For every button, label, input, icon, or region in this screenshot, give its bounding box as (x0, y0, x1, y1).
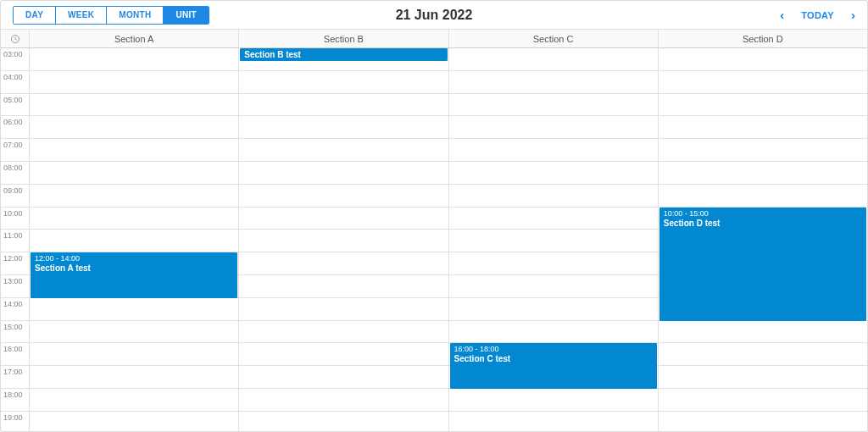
grid-cell[interactable] (30, 343, 238, 366)
hour-label: 04:00 (1, 71, 29, 94)
grid-cell[interactable] (659, 71, 867, 94)
section-col-d[interactable]: Section D (659, 30, 867, 47)
hour-label: 12:00 (1, 252, 29, 275)
grid-column[interactable]: 12:00 - 14:00Section A test (30, 48, 239, 431)
grid-cell[interactable] (239, 343, 448, 366)
schedule-body[interactable]: 03:0004:0005:0006:0007:0008:0009:0010:00… (1, 48, 867, 431)
grid-cell[interactable] (239, 252, 448, 275)
grid-cell[interactable] (659, 366, 867, 389)
grid-cell[interactable] (239, 412, 448, 431)
grid-cell[interactable] (449, 298, 658, 321)
grid-cell[interactable] (449, 208, 658, 230)
grid-cell[interactable] (30, 208, 238, 230)
grid-cell[interactable] (30, 412, 238, 431)
grid-cell[interactable] (449, 48, 658, 71)
hour-label: 17:00 (1, 366, 29, 389)
grid-cell[interactable] (659, 412, 867, 431)
grid-cell[interactable] (30, 298, 238, 321)
prev-icon[interactable]: ‹ (780, 8, 784, 22)
grid-cell[interactable] (30, 321, 238, 344)
grid-cell[interactable] (30, 162, 238, 185)
toolbar: DAY WEEK MONTH UNIT 21 Jun 2022 ‹ TODAY … (1, 1, 867, 30)
event-title: Section A test (35, 263, 91, 273)
grid-cell[interactable] (659, 139, 867, 162)
clock-icon (1, 30, 30, 47)
grid-cell[interactable] (659, 389, 867, 412)
grid-column[interactable]: Section B test (239, 48, 448, 431)
view-switch: DAY WEEK MONTH UNIT (13, 6, 209, 25)
hour-label: 05:00 (1, 94, 29, 117)
grid-cell[interactable] (30, 48, 238, 71)
grid-cell[interactable] (239, 71, 448, 94)
grid-column[interactable]: 16:00 - 18:00Section C test (449, 48, 659, 431)
schedule-grid[interactable]: 12:00 - 14:00Section A testSection B tes… (30, 48, 867, 431)
section-col-c[interactable]: Section C (449, 30, 659, 47)
hour-label: 10:00 (1, 208, 29, 230)
grid-cell[interactable] (239, 94, 448, 117)
grid-cell[interactable] (239, 185, 448, 208)
grid-cell[interactable] (659, 343, 867, 366)
grid-cell[interactable] (239, 321, 448, 344)
grid-cell[interactable] (239, 275, 448, 298)
hour-label: 18:00 (1, 389, 29, 412)
grid-cell[interactable] (30, 139, 238, 162)
grid-cell[interactable] (30, 366, 238, 389)
grid-cell[interactable] (239, 298, 448, 321)
grid-cell[interactable] (449, 230, 658, 252)
grid-cell[interactable] (239, 162, 448, 185)
grid-cell[interactable] (239, 366, 448, 389)
today-button[interactable]: TODAY (801, 10, 834, 20)
grid-cell[interactable] (449, 252, 658, 275)
grid-cell[interactable] (30, 71, 238, 94)
event[interactable]: Section B test (240, 48, 447, 61)
grid-cell[interactable] (449, 94, 658, 117)
grid-cell[interactable] (449, 321, 658, 344)
event-time: 12:00 - 14:00 (35, 254, 233, 263)
grid-cell[interactable] (659, 116, 867, 139)
time-column: 03:0004:0005:0006:0007:0008:0009:0010:00… (1, 48, 30, 431)
view-day-button[interactable]: DAY (14, 7, 55, 24)
grid-cell[interactable] (30, 116, 238, 139)
view-week-button[interactable]: WEEK (55, 7, 106, 24)
grid-cell[interactable] (449, 389, 658, 412)
hour-label: 07:00 (1, 139, 29, 162)
grid-cell[interactable] (449, 275, 658, 298)
next-icon[interactable]: › (851, 8, 855, 22)
grid-cell[interactable] (30, 185, 238, 208)
hour-label: 11:00 (1, 230, 29, 252)
grid-cell[interactable] (449, 116, 658, 139)
hour-label: 03:00 (1, 48, 29, 71)
grid-cell[interactable] (239, 389, 448, 412)
grid-cell[interactable] (239, 139, 448, 162)
grid-cell[interactable] (449, 162, 658, 185)
event[interactable]: 12:00 - 14:00Section A test (31, 252, 237, 298)
grid-column[interactable]: 10:00 - 15:00Section D test (659, 48, 867, 431)
event-time: 16:00 - 18:00 (454, 345, 653, 353)
grid-cell[interactable] (659, 94, 867, 117)
event[interactable]: 16:00 - 18:00Section C test (450, 343, 657, 389)
grid-cell[interactable] (239, 116, 448, 139)
grid-cell[interactable] (30, 230, 238, 252)
section-col-a[interactable]: Section A (30, 30, 239, 47)
view-month-button[interactable]: MONTH (106, 7, 163, 24)
grid-cell[interactable] (449, 185, 658, 208)
section-col-b[interactable]: Section B (239, 30, 448, 47)
grid-cell[interactable] (449, 412, 658, 431)
grid-cell[interactable] (449, 139, 658, 162)
view-unit-button[interactable]: UNIT (163, 7, 209, 24)
event[interactable]: 10:00 - 15:00Section D test (659, 208, 866, 321)
hour-label: 14:00 (1, 298, 29, 321)
grid-cell[interactable] (659, 162, 867, 185)
grid-cell[interactable] (659, 185, 867, 208)
hour-label: 19:00 (1, 412, 29, 431)
grid-cell[interactable] (449, 71, 658, 94)
grid-cell[interactable] (239, 208, 448, 230)
date-nav: ‹ TODAY › (780, 8, 855, 22)
grid-cell[interactable] (659, 321, 867, 344)
grid-cell[interactable] (659, 48, 867, 71)
grid-cell[interactable] (30, 94, 238, 117)
grid-cell[interactable] (30, 389, 238, 412)
hour-label: 09:00 (1, 185, 29, 208)
event-title: Section C test (454, 354, 511, 363)
grid-cell[interactable] (239, 230, 448, 252)
